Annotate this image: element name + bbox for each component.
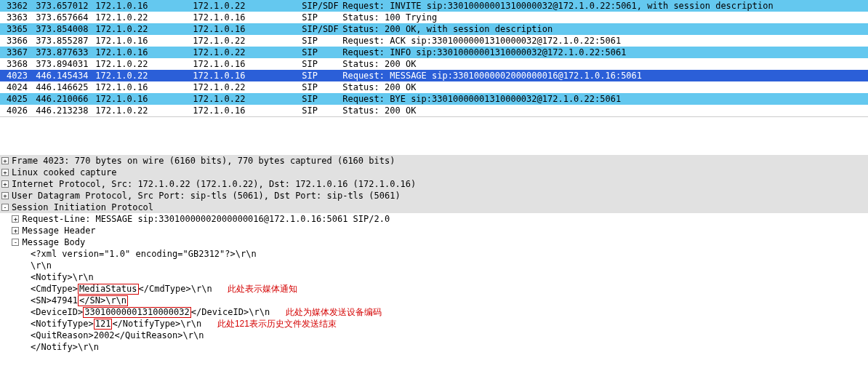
deviceid-highlight: 33010000001310000032 xyxy=(83,307,191,318)
col-no: 4024 xyxy=(0,81,31,93)
packet-row[interactable]: 3365 373.854008 172.1.0.22 172.1.0.16 SI… xyxy=(0,23,868,35)
message-header[interactable]: +Message Header xyxy=(0,225,868,236)
col-protocol: SIP xyxy=(297,93,337,105)
col-info: Status: 200 OK xyxy=(337,58,868,70)
col-protocol: SIP xyxy=(297,35,337,47)
udp-summary[interactable]: +User Datagram Protocol, Src Port: sip-t… xyxy=(0,190,868,202)
collapse-icon[interactable]: - xyxy=(1,204,9,211)
col-destination: 172.1.0.22 xyxy=(188,35,297,47)
col-info: Request: INFO sip:33010000001310000032@1… xyxy=(337,47,868,58)
annotation-notifytype: 此处121表示历史文件发送结束 xyxy=(217,319,337,329)
expand-icon[interactable]: + xyxy=(1,169,9,176)
col-destination: 172.1.0.22 xyxy=(188,47,297,58)
col-protocol: SIP xyxy=(297,58,337,70)
col-source: 172.1.0.22 xyxy=(90,70,188,81)
packet-row[interactable]: 3368 373.894031 172.1.0.22 172.1.0.16 SI… xyxy=(0,58,868,70)
col-destination: 172.1.0.22 xyxy=(188,0,297,12)
annotation-device: 此处为媒体发送设备编码 xyxy=(286,307,382,317)
col-info: Request: BYE sip:33010000001310000032@17… xyxy=(337,93,868,105)
col-protocol: SIP xyxy=(297,70,337,81)
expand-icon[interactable]: + xyxy=(12,227,19,234)
col-protocol: SIP xyxy=(297,81,337,93)
col-no: 4025 xyxy=(0,93,31,105)
col-time: 373.657664 xyxy=(31,12,90,23)
col-destination: 172.1.0.16 xyxy=(188,23,297,35)
col-info: Status: 200 OK xyxy=(337,105,868,116)
col-protocol: SIP xyxy=(297,47,337,58)
expand-icon[interactable]: + xyxy=(12,215,19,223)
col-no: 3365 xyxy=(0,23,31,35)
packet-row[interactable]: 4025 446.210066 172.1.0.16 172.1.0.22 SI… xyxy=(0,93,868,105)
col-source: 172.1.0.22 xyxy=(90,58,188,70)
col-time: 446.145434 xyxy=(31,70,90,81)
col-destination: 172.1.0.16 xyxy=(188,105,297,116)
col-info: Status: 200 OK, with session description xyxy=(337,23,868,35)
cmdtype-highlight: MediaStatus xyxy=(78,284,138,295)
linux-cooked[interactable]: +Linux cooked capture xyxy=(0,167,868,178)
col-no: 3368 xyxy=(0,58,31,70)
col-time: 446.146625 xyxy=(31,81,90,93)
annotation-media: 此处表示媒体通知 xyxy=(228,284,297,294)
col-time: 446.213238 xyxy=(31,105,90,116)
xml-notifytype: <NotifyType>121</NotifyType>\r\n 此处121表示… xyxy=(0,318,868,330)
expand-icon[interactable]: + xyxy=(1,192,9,199)
xml-crlf: \r\n xyxy=(0,260,868,271)
pane-divider xyxy=(0,117,868,155)
col-info: Request: ACK sip:33010000001310000032@17… xyxy=(337,35,868,47)
col-no: 4023 xyxy=(0,70,31,81)
frame-summary[interactable]: +Frame 4023: 770 bytes on wire (6160 bit… xyxy=(0,155,868,167)
col-time: 373.894031 xyxy=(31,58,90,70)
col-time: 373.657012 xyxy=(31,0,90,12)
sip-summary[interactable]: -Session Initiation Protocol xyxy=(0,202,868,213)
col-destination: 172.1.0.16 xyxy=(188,70,297,81)
request-line[interactable]: +Request-Line: MESSAGE sip:3301000000200… xyxy=(0,213,868,225)
col-info: Status: 200 OK xyxy=(337,81,868,93)
col-time: 373.854008 xyxy=(31,23,90,35)
collapse-icon[interactable]: - xyxy=(12,239,19,246)
packet-row[interactable]: 4026 446.213238 172.1.0.22 172.1.0.16 SI… xyxy=(0,105,868,116)
col-destination: 172.1.0.22 xyxy=(188,81,297,93)
xml-declaration: <?xml version="1.0" encoding="GB2312"?>\… xyxy=(0,248,868,260)
col-info: Request: MESSAGE sip:3301000000200000001… xyxy=(337,70,868,81)
col-protocol: SIP xyxy=(297,105,337,116)
col-source: 172.1.0.16 xyxy=(90,81,188,93)
col-source: 172.1.0.16 xyxy=(90,93,188,105)
packet-row[interactable]: 4024 446.146625 172.1.0.16 172.1.0.22 SI… xyxy=(0,81,868,93)
message-body[interactable]: -Message Body xyxy=(0,236,868,248)
col-protocol: SIP xyxy=(297,12,337,23)
packet-row[interactable]: 4023 446.145434 172.1.0.22 172.1.0.16 SI… xyxy=(0,70,868,81)
col-no: 3362 xyxy=(0,0,31,12)
packet-details[interactable]: +Frame 4023: 770 bytes on wire (6160 bit… xyxy=(0,155,868,353)
col-source: 172.1.0.16 xyxy=(90,47,188,58)
xml-notify-close: </Notify>\r\n xyxy=(0,341,868,353)
col-no: 3367 xyxy=(0,47,31,58)
packet-list[interactable]: 3362 373.657012 172.1.0.16 172.1.0.22 SI… xyxy=(0,0,868,117)
notifytype-highlight: 121 xyxy=(94,319,113,330)
col-info: Request: INVITE sip:33010000001310000032… xyxy=(337,0,868,12)
xml-deviceid: <DeviceID>33010000001310000032</DeviceID… xyxy=(0,306,868,318)
col-destination: 172.1.0.16 xyxy=(188,12,297,23)
packet-row[interactable]: 3362 373.657012 172.1.0.16 172.1.0.22 SI… xyxy=(0,0,868,12)
packet-row[interactable]: 3366 373.855287 172.1.0.16 172.1.0.22 SI… xyxy=(0,35,868,47)
col-no: 3366 xyxy=(0,35,31,47)
ip-summary[interactable]: +Internet Protocol, Src: 172.1.0.22 (172… xyxy=(0,178,868,190)
col-destination: 172.1.0.22 xyxy=(188,93,297,105)
expand-icon[interactable]: + xyxy=(1,157,9,164)
col-destination: 172.1.0.16 xyxy=(188,58,297,70)
xml-sn: <SN>47941</SN>\r\n xyxy=(0,295,868,306)
packet-row[interactable]: 3363 373.657664 172.1.0.22 172.1.0.16 SI… xyxy=(0,12,868,23)
col-no: 4026 xyxy=(0,105,31,116)
packet-row[interactable]: 3367 373.877633 172.1.0.16 172.1.0.22 SI… xyxy=(0,47,868,58)
col-time: 373.855287 xyxy=(31,35,90,47)
col-protocol: SIP/SDF xyxy=(297,0,337,12)
xml-cmdtype: <CmdType>MediaStatus</CmdType>\r\n 此处表示媒… xyxy=(0,283,868,295)
expand-icon[interactable]: + xyxy=(1,180,9,188)
col-source: 172.1.0.22 xyxy=(90,12,188,23)
col-source: 172.1.0.16 xyxy=(90,35,188,47)
col-protocol: SIP/SDF xyxy=(297,23,337,35)
sn-highlight: </SN>\r\n xyxy=(78,295,128,306)
xml-quitreason: <QuitReason>2002</QuitReason>\r\n xyxy=(0,330,868,341)
col-source: 172.1.0.22 xyxy=(90,23,188,35)
col-time: 373.877633 xyxy=(31,47,90,58)
xml-notify-open: <Notify>\r\n xyxy=(0,271,868,283)
